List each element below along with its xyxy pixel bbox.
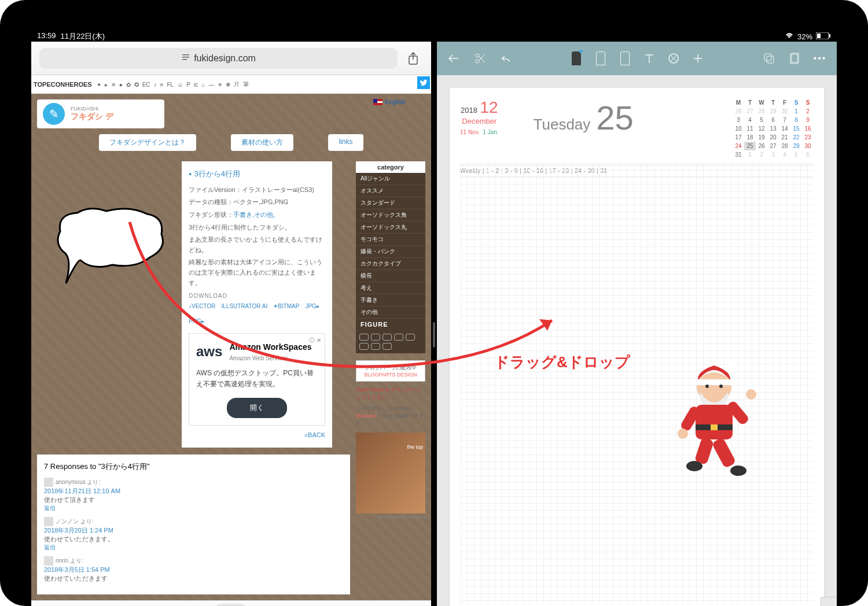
split-divider[interactable] [431, 42, 437, 606]
sidebar-image[interactable]: the top [356, 433, 425, 513]
side-tab-icon[interactable] [821, 597, 837, 606]
ad-close-icon[interactable]: ⓘ ✕ [309, 336, 321, 345]
svg-point-26 [746, 389, 756, 400]
safari-bottom-bar: 3 ••• [31, 600, 431, 606]
svg-rect-5 [182, 59, 187, 60]
flash-notice[interactable]: Flash Playerをダウンロードしてください。 [356, 386, 425, 401]
dl-png[interactable]: PNG▸ [189, 317, 204, 326]
nav-usage[interactable]: 素材の使い方 [231, 134, 293, 151]
reply-link[interactable]: 返信 [44, 505, 56, 511]
svg-rect-17 [697, 379, 731, 385]
cat-item[interactable]: オーソドックス丸 [356, 221, 425, 234]
topecon-label: TOPECONHEROES [34, 81, 92, 88]
cat-item[interactable]: 横長 [356, 270, 425, 282]
more-icon[interactable]: ••• [812, 51, 827, 66]
eraser-tool[interactable] [617, 51, 632, 66]
url-bar[interactable]: fukidesign.com [39, 48, 398, 69]
site-logo[interactable]: ✎ FUKIDASHI フキダシ デ [37, 99, 164, 128]
svg-rect-1 [829, 34, 830, 38]
pen-tool[interactable] [569, 51, 584, 66]
forward-button[interactable] [135, 603, 159, 606]
svg-point-16 [727, 363, 736, 372]
twitter-icon[interactable] [417, 76, 430, 89]
search-button[interactable] [212, 604, 249, 606]
more-button[interactable]: ••• [381, 603, 404, 606]
svg-rect-27 [694, 437, 715, 465]
blogparts-box[interactable]: ブログパーツの配布中 BLOGPARTS DESIGN [356, 360, 425, 382]
comments-title: 7 Responses to "3行から4行用" [44, 461, 343, 472]
cat-item[interactable]: モコモコ [356, 234, 425, 246]
reply-link[interactable]: 返信 [44, 544, 56, 550]
status-time: 13:59 [37, 31, 56, 42]
speech-bubble-left[interactable] [49, 202, 170, 295]
comments-section: 7 Responses to "3行から4行用" anonymous より: 2… [37, 454, 350, 594]
safari-toolbar: fukidesign.com [31, 42, 431, 75]
tabs-button[interactable]: 3 [304, 603, 327, 606]
cat-item[interactable]: スタンダード [356, 197, 425, 209]
cat-item[interactable]: カクカクタイプ [356, 258, 425, 270]
svg-point-30 [730, 465, 746, 476]
adobe-text: この吹き出しはAdobeのillsutratorがあれば編集できます。 [356, 405, 425, 427]
site-sidebar: category Allジャンル オススメ スタンダード オーソドックス角 オー… [356, 161, 425, 594]
back-icon[interactable] [446, 51, 461, 66]
safari-pane: fukidesign.com TOPECONHEROES ✦▸✕●✿✪EC♪≡F… [31, 42, 431, 606]
scissors-icon[interactable] [473, 51, 488, 66]
pages-icon[interactable] [787, 51, 802, 66]
svg-point-19 [719, 385, 723, 388]
svg-rect-20 [696, 405, 733, 439]
cat-item[interactable]: オススメ [356, 185, 425, 197]
shape-icon[interactable] [762, 51, 777, 66]
ad-aws[interactable]: ⓘ ✕ aws Amazon WorkSpaces Amazon Web Ser… [189, 333, 325, 426]
back-link[interactable]: «BACK [189, 430, 325, 441]
highlighter-tool[interactable] [593, 51, 608, 66]
dl-jpg[interactable]: JPG▸ [305, 302, 319, 311]
undo-icon[interactable] [499, 51, 514, 66]
drag-drop-label: ドラッグ&ドロップ [494, 352, 630, 372]
santa-illustration[interactable] [662, 360, 766, 487]
ad-open-button[interactable]: 開く [227, 398, 287, 418]
ipad-status-bar: 13:59 11月22日(木) 32% [31, 31, 837, 42]
svg-rect-3 [182, 54, 189, 56]
share-button[interactable] [403, 49, 423, 68]
site-top-bar: TOPECONHEROES ✦▸✕●✿✪EC♪≡FL☺Pic⌂—✈❋片筆 [31, 75, 431, 94]
notes-toolbar: ••• [437, 42, 837, 75]
dl-bitmap[interactable]: ✦BITMAP [273, 302, 299, 311]
comment-item: ノンノン より: 2018年3月20日 1:24 PM 使わせていただきます。 … [44, 517, 343, 552]
comment-item: rinrin より: 2018年3月5日 1:54 PM 使わせていただきます [44, 556, 343, 583]
text-tool[interactable] [642, 51, 657, 66]
battery-icon [816, 32, 831, 41]
svg-rect-28 [712, 437, 737, 468]
language-switch[interactable]: English [373, 98, 406, 105]
lasso-tool[interactable] [666, 51, 681, 66]
shape-link[interactable]: 手書き,その他, [233, 211, 275, 218]
mini-calendar[interactable]: MTWTFSS 262728293012 3456789 10111213141… [733, 98, 814, 159]
notes-pane: ••• 2018 12 December 11 Nov. 1 Jan. Tues… [437, 42, 837, 606]
cat-item[interactable]: オーソドックス角 [356, 209, 425, 221]
wifi-icon [785, 32, 794, 41]
svg-point-8 [476, 54, 479, 57]
safari-content[interactable]: TOPECONHEROES ✦▸✕●✿✪EC♪≡FL☺Pic⌂—✈❋片筆 ✎ F… [31, 75, 431, 600]
nav-links[interactable]: links [328, 134, 363, 151]
back-button[interactable] [58, 603, 82, 606]
article: 3行から4行用 ファイルVersion：イラストレーターai(CS3) データの… [182, 161, 332, 448]
cat-item[interactable]: 手書き [356, 294, 425, 306]
svg-point-18 [705, 385, 709, 388]
add-tool[interactable] [690, 51, 705, 66]
svg-rect-22 [711, 424, 718, 430]
cat-item[interactable]: 考え [356, 282, 425, 294]
cat-item[interactable]: 爆発・パンク [356, 246, 425, 258]
url-text: fukidesign.com [194, 53, 256, 64]
big-date: Tuesday 25 [534, 98, 634, 137]
cat-item[interactable]: Allジャンル [356, 173, 425, 185]
article-title: 3行から4行用 [189, 168, 325, 180]
notes-canvas[interactable]: 2018 12 December 11 Nov. 1 Jan. Tuesday … [437, 75, 837, 606]
dl-vector[interactable]: ♪VECTOR [189, 302, 216, 311]
comment-item: anonymous より: 2018年11月21日 12:10 AM 使わせて頂… [44, 478, 343, 512]
svg-point-25 [678, 428, 688, 439]
dl-ai[interactable]: ILLSUTRATOR AI [222, 302, 268, 311]
cat-item[interactable]: その他 [356, 306, 425, 319]
svg-rect-4 [182, 57, 189, 58]
nav-about[interactable]: フキダシデザインとは？ [99, 134, 196, 151]
status-date: 11月22日(木) [61, 31, 105, 42]
month-block[interactable]: 2018 12 December 11 Nov. 1 Jan. [460, 98, 499, 135]
